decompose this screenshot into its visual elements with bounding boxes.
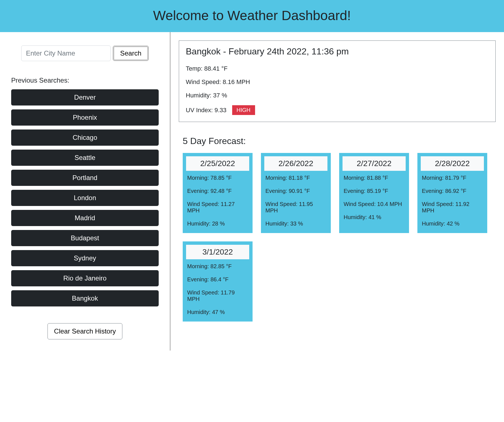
clear-history-button[interactable]: Clear Search History — [47, 323, 122, 339]
forecast-date: 2/26/2022 — [264, 156, 327, 171]
forecast-morning: Morning: 82.85 °F — [186, 263, 249, 270]
forecast-humidity: Humidity: 28 % — [186, 220, 249, 227]
history-list: DenverPhoenixChicagoSeattlePortlandLondo… — [11, 89, 159, 306]
previous-searches-label: Previous Searches: — [11, 76, 159, 84]
current-weather-title: Bangkok - February 24th 2022, 11:36 pm — [186, 46, 489, 57]
history-item[interactable]: Bangkok — [11, 290, 159, 306]
forecast-card: 2/25/2022Morning: 78.85 °FEvening: 92.48… — [183, 153, 253, 233]
history-item[interactable]: Portland — [11, 170, 159, 186]
forecast-date: 3/1/2022 — [186, 245, 249, 259]
history-item[interactable]: Seattle — [11, 150, 159, 166]
forecast-title: 5 Day Forecast: — [179, 136, 496, 146]
forecast-wind: Wind Speed: 11.92 MPH — [421, 201, 484, 214]
forecast-wind: Wind Speed: 10.4 MPH — [343, 201, 406, 207]
forecast-wind: Wind Speed: 11.79 MPH — [186, 289, 249, 302]
forecast-morning: Morning: 78.85 °F — [186, 175, 249, 181]
forecast-humidity: Humidity: 33 % — [264, 220, 327, 227]
search-button[interactable]: Search — [113, 46, 149, 61]
uv-badge: HIGH — [232, 105, 255, 115]
city-search-input[interactable] — [21, 45, 111, 61]
current-humidity: Humidity: 37 % — [186, 92, 489, 99]
forecast-evening: Evening: 85.19 °F — [343, 188, 406, 194]
forecast-card: 2/27/2022Morning: 81.88 °FEvening: 85.19… — [339, 153, 409, 233]
forecast-evening: Evening: 90.91 °F — [264, 188, 327, 194]
history-item[interactable]: Chicago — [11, 130, 159, 146]
forecast-evening: Evening: 86.92 °F — [421, 188, 484, 194]
history-item[interactable]: Madrid — [11, 210, 159, 226]
forecast-morning: Morning: 81.88 °F — [343, 175, 406, 181]
forecast-humidity: Humidity: 42 % — [421, 220, 484, 227]
forecast-card: 2/28/2022Morning: 81.79 °FEvening: 86.92… — [417, 153, 487, 233]
main-panel: Bangkok - February 24th 2022, 11:36 pm T… — [170, 32, 504, 351]
current-temp: Temp: 88.41 °F — [186, 65, 489, 72]
forecast-evening: Evening: 86.4 °F — [186, 276, 249, 283]
forecast-date: 2/25/2022 — [186, 156, 249, 171]
current-uv-row: UV Index: 9.33 HIGH — [186, 105, 489, 115]
history-item[interactable]: Phoenix — [11, 109, 159, 126]
forecast-date: 2/28/2022 — [421, 156, 484, 171]
forecast-humidity: Humidity: 47 % — [186, 309, 249, 315]
forecast-wind: Wind Speed: 11.27 MPH — [186, 201, 249, 214]
forecast-wind: Wind Speed: 11.95 MPH — [264, 201, 327, 214]
current-weather-box: Bangkok - February 24th 2022, 11:36 pm T… — [179, 40, 496, 122]
forecast-morning: Morning: 81.79 °F — [421, 175, 484, 181]
forecast-grid: 2/25/2022Morning: 78.85 °FEvening: 92.48… — [179, 153, 496, 322]
forecast-card: 2/26/2022Morning: 81.18 °FEvening: 90.91… — [261, 153, 331, 233]
history-item[interactable]: Sydney — [11, 250, 159, 266]
history-item[interactable]: London — [11, 190, 159, 206]
current-uv-label: UV Index: 9.33 — [186, 107, 227, 114]
history-item[interactable]: Rio de Janeiro — [11, 270, 159, 286]
search-row: Search — [11, 45, 159, 61]
sidebar: Search Previous Searches: DenverPhoenixC… — [0, 32, 170, 351]
header: Welcome to Weather Dashboard! — [0, 0, 504, 32]
page-title: Welcome to Weather Dashboard! — [0, 8, 504, 23]
forecast-card: 3/1/2022Morning: 82.85 °FEvening: 86.4 °… — [183, 241, 253, 322]
forecast-evening: Evening: 92.48 °F — [186, 188, 249, 194]
forecast-humidity: Humidity: 41 % — [343, 214, 406, 220]
current-wind: Wind Speed: 8.16 MPH — [186, 78, 489, 86]
history-item[interactable]: Denver — [11, 89, 159, 106]
forecast-morning: Morning: 81.18 °F — [264, 175, 327, 181]
forecast-date: 2/27/2022 — [343, 156, 406, 171]
history-item[interactable]: Budapest — [11, 230, 159, 246]
